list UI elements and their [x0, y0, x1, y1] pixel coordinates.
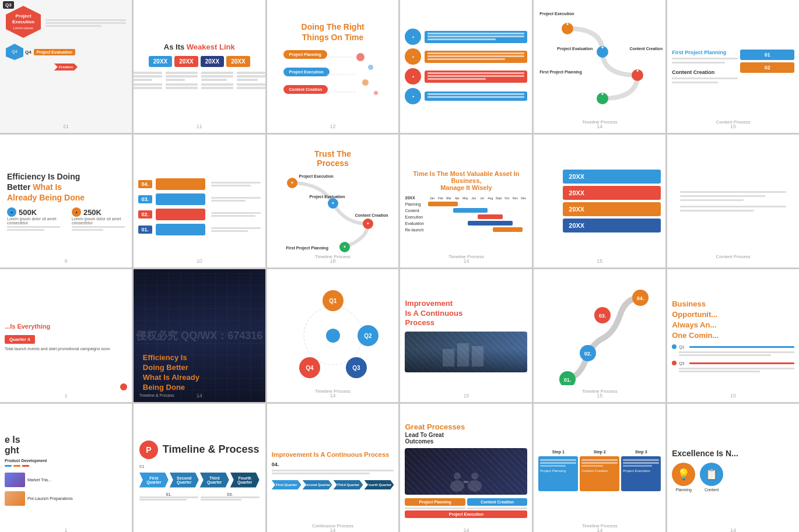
step-block-2: Content Creation — [580, 456, 619, 491]
project-execution-badge: Project Execution — [405, 510, 527, 518]
svg-rect-37 — [472, 346, 483, 367]
slide-r4c4: Great Processes Lead To Great Outcomes P… — [400, 404, 532, 532]
manage-wisely: Manage It Wisely — [440, 184, 492, 191]
dark-slide-title: Efficiency Is Doing Better What Is Alrea… — [143, 353, 199, 393]
svg-point-48 — [468, 480, 482, 492]
year-stack-4: 20XX — [563, 219, 661, 232]
step-cc: Content Creation — [629, 47, 663, 51]
slide-r1c3: Doing The Right Things On Time Project P… — [267, 0, 399, 133]
excellence-icon-2: 📋 — [700, 463, 723, 486]
arrow-first: First Quarter — [272, 480, 302, 489]
svg-text:Execution: Execution — [12, 19, 34, 24]
slide-number-r1c5: 14 — [597, 124, 602, 129]
ps-step2: Step 2 — [580, 450, 619, 454]
slide-r1c5: ✦ ✦ ✦ ✦ Project Execution Project Evalua… — [534, 0, 665, 133]
slide-r1c2: As Its Weakest Link 20XX 20XX 20XX 20XX — [134, 0, 265, 133]
timeline-title: Timeline & Process — [163, 443, 260, 456]
efficiency-highlight: What Is — [33, 182, 62, 192]
svg-point-46 — [450, 480, 464, 492]
svg-point-34 — [326, 329, 340, 343]
svg-text:Q3: Q3 — [352, 365, 360, 371]
improvement-title: Improvement Is A Continuous Process — [405, 299, 462, 329]
great-processes-title: Great Processes — [405, 422, 465, 432]
title-part2: Things — [302, 33, 331, 42]
trust-highlight: Trust — [314, 149, 337, 158]
efficiency-title: Efficiency Is Doing Better What Is Alrea… — [7, 171, 85, 203]
year-stack-2: 20XX — [563, 186, 661, 200]
svg-text:✦: ✦ — [566, 22, 569, 26]
improvement-image — [405, 332, 527, 372]
slide-number-r4c5: 14 — [597, 527, 602, 532]
title-part1: Doing The Right — [302, 22, 365, 31]
svg-text:✦: ✦ — [601, 92, 604, 96]
slide-r2c5: 20XX 20XX 20XX 20XX 15 — [534, 135, 665, 267]
content-label-1: First Project Planning — [672, 50, 738, 55]
slide-number-r4c1: 1 — [64, 527, 67, 532]
slide-r1c6: First Project Planning Content Creation … — [667, 0, 799, 133]
gantt-nov: Nov — [511, 196, 519, 200]
svg-text:03.: 03. — [599, 313, 607, 319]
slide-01: 01 — [139, 464, 145, 469]
quarter-4-badge: Quarter 4 — [5, 335, 35, 344]
slide-label-r2c6: Content Process — [716, 254, 750, 259]
content-box-02: 02 — [740, 62, 794, 73]
year-box-2: 20XX — [174, 56, 198, 67]
step-01-label: 01. — [139, 492, 198, 496]
q3-badge: Q3 — [3, 1, 14, 9]
ps-step1: Step 1 — [538, 450, 578, 454]
slide-number-r2c2: 10 — [197, 258, 202, 264]
product-dev: Product Development — [5, 459, 47, 463]
slide-r3c4: Improvement Is A Continuous Process 15 — [400, 269, 532, 402]
market-trial-label: Market Tria... — [27, 478, 51, 482]
excellence-title: Excellence Is N... — [672, 449, 738, 458]
gantt-planning: Planning — [405, 202, 428, 206]
prelaunch-label: Pre-Launch Preparations — [27, 496, 73, 501]
step-pe: Project Evaluation — [557, 47, 593, 51]
great-outcomes-title: Outcomes — [405, 438, 433, 445]
svg-text:Q2: Q2 — [364, 333, 372, 339]
q4-label: Q4 — [25, 50, 31, 55]
ps-step3: Step 3 — [621, 450, 661, 454]
svg-text:Lorem ipsum: Lorem ipsum — [13, 26, 34, 30]
business-title: Business Opportunit... Always An... One … — [672, 299, 719, 341]
step-block-3: Project Execution — [621, 456, 661, 491]
slide-number-r2c4: 14 — [463, 258, 469, 264]
timeline-icon: P — [139, 441, 158, 459]
svg-text:Q4: Q4 — [12, 50, 17, 54]
slide-r1c4: ✦ ✦ ✦ ✦ — [400, 0, 532, 133]
slide-number-r4c6: 14 — [730, 527, 736, 532]
q4-description: Total launch events and start promotiona… — [5, 346, 110, 352]
num-02: 02. — [138, 210, 152, 219]
slide-number-r3c2: 14 — [197, 393, 202, 399]
slide-r4c5: Step 1 Step 2 Step 3 Project Planning Co… — [534, 404, 665, 532]
slide-number-r2c1: 9 — [64, 258, 67, 264]
partial-title: e Is ght — [5, 435, 20, 455]
svg-text:02.: 02. — [584, 351, 592, 357]
gantt-title: Time Is The Most Valuable Asset In Busin… — [405, 170, 527, 191]
dark-footer: Timeline & Process — [139, 393, 174, 397]
slide-r2c2: 04. 03. 02. — [134, 135, 265, 267]
quarter-2: Second Quarter — [170, 473, 199, 488]
gantt-oct: Oct — [503, 196, 511, 200]
year-box-3: 20XX — [201, 56, 224, 67]
improvement2-title: Improvement Is A Continuous Process — [272, 451, 390, 458]
q3-dot — [672, 361, 677, 365]
step-03-label: 03. — [201, 492, 260, 496]
slide-r4c1: e Is ght Product Development Market Tria… — [0, 404, 132, 532]
num-01: 01. — [138, 226, 152, 234]
slide-number-r1c6: 15 — [730, 124, 736, 129]
gantt-relaunch: Re-launch — [405, 228, 428, 232]
slide-r2c1: Efficiency Is Doing Better What Is Alrea… — [0, 135, 132, 267]
slide-r3c3: Q1 Q2 Q3 Q4 Timeline Process 14 — [267, 269, 399, 402]
evaluation-label: Project Evaluation — [34, 49, 75, 55]
excellence-label-2: Content — [705, 488, 719, 492]
slide-r4c6: Excellence Is N... 💡 Planning 📋 Content … — [667, 404, 799, 532]
stat-500k: 500K — [19, 208, 37, 217]
excellence-label-1: Planning — [676, 488, 692, 492]
great-image — [405, 448, 527, 495]
slide-number-r3c5: 15 — [597, 393, 602, 399]
year-box-4: 20XX — [226, 56, 250, 67]
content-creation-badge: Content Creation — [467, 498, 527, 506]
great-lead-title: Lead To Great — [405, 432, 444, 438]
slide-r4c3: Improvement Is A Continuous Process 04. … — [267, 404, 399, 532]
